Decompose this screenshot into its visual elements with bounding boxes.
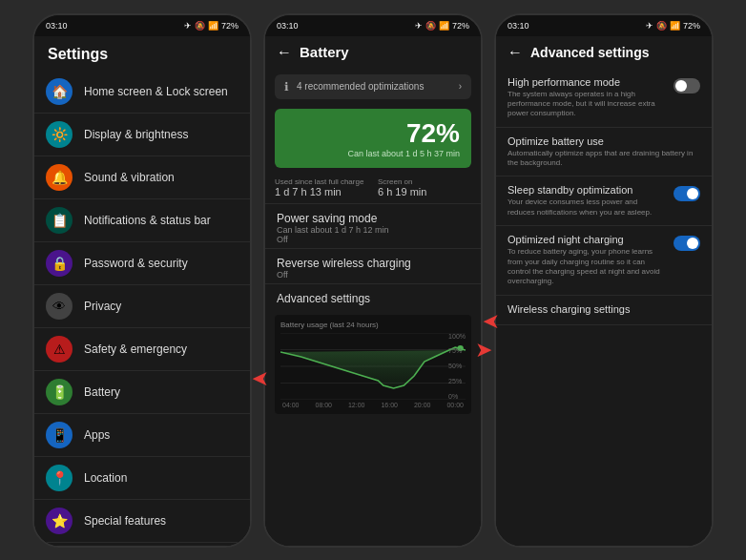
power-saving-sub: Can last about 1 d 7 h 12 min xyxy=(277,225,469,235)
settings-item-apps[interactable]: 📱 Apps xyxy=(34,414,250,457)
sleep-toggle[interactable] xyxy=(673,186,700,201)
home-label: Home screen & Lock screen xyxy=(84,85,238,98)
safety-label: Safety & emergency xyxy=(84,342,238,356)
settings-screen: Settings 🏠 Home screen & Lock screen 🔆 D… xyxy=(34,36,250,546)
power-saving-section[interactable]: Power saving mode Can last about 1 d 7 h… xyxy=(265,203,481,248)
special-label: Special features xyxy=(84,514,238,528)
y-25: 25% xyxy=(448,378,466,384)
opt-text: 4 recommended optimizations xyxy=(297,81,451,92)
location-label: Location xyxy=(84,471,238,485)
settings-item-special[interactable]: ⭐ Special features xyxy=(34,500,250,543)
adv-item-wireless[interactable]: Wireless charging settings xyxy=(496,296,712,325)
apps-label: Apps xyxy=(84,428,238,442)
battery-chart-svg xyxy=(280,333,466,400)
wireless-content: Wireless charging settings xyxy=(508,303,700,317)
phone-advanced: 03:10 ✈ 🔕 📶 72% ← Advanced settings High… xyxy=(494,13,714,548)
battery-screen: ← Battery ℹ 4 recommended optimizations … xyxy=(265,36,481,546)
power-saving-title: Power saving mode xyxy=(277,212,469,225)
notif-label: Notifications & status bar xyxy=(84,214,238,227)
settings-item-password[interactable]: 🔒 Password & security xyxy=(34,242,250,285)
settings-item-battery[interactable]: 🔋 Battery xyxy=(34,371,250,414)
adv-nav: ← Advanced settings xyxy=(496,36,712,69)
safety-icon: ⚠ xyxy=(46,336,73,363)
optimize-desc: Automatically optimize apps that are dra… xyxy=(508,149,700,169)
power-saving-status: Off xyxy=(277,235,469,244)
high-perf-desc: The system always operates in a high per… xyxy=(508,90,666,119)
opt-icon: ℹ xyxy=(284,80,289,93)
location-icon: 📍 xyxy=(46,465,73,491)
phone-settings: 03:10 ✈ 🔕 📶 72% Settings 🏠 Home screen &… xyxy=(32,13,252,548)
optimize-title: Optimize battery use xyxy=(508,135,700,147)
x-label-0: 04:00 xyxy=(282,402,300,408)
special-icon: ⭐ xyxy=(46,508,73,534)
battery-nav: ← Battery xyxy=(265,36,481,69)
x-label-3: 16:00 xyxy=(381,402,398,408)
battery-percentage: 72% xyxy=(347,118,460,149)
high-perf-content: High performance mode The system always … xyxy=(508,76,666,119)
password-label: Password & security xyxy=(84,257,238,270)
battery-label: Battery xyxy=(84,385,238,399)
advanced-settings-title: Advanced settings xyxy=(277,292,469,305)
settings-item-location[interactable]: 📍 Location xyxy=(34,457,250,500)
advanced-settings-section[interactable]: Advanced settings xyxy=(265,283,481,309)
adv-back-button[interactable]: ← xyxy=(508,44,523,61)
used-since-block: Used since last full charge 1 d 7 h 13 m… xyxy=(275,177,368,197)
settings-item-notifications[interactable]: 📋 Notifications & status bar xyxy=(34,199,250,242)
optimization-bar[interactable]: ℹ 4 recommended optimizations › xyxy=(275,74,471,99)
chart-label: Battery usage (last 24 hours) xyxy=(280,321,466,329)
sound-label: Sound & vibration xyxy=(84,171,238,184)
sleep-desc: Your device consumes less power and redu… xyxy=(508,197,666,218)
y-0: 0% xyxy=(448,393,466,400)
privacy-icon: 👁 xyxy=(46,293,73,320)
settings-item-display[interactable]: 🔆 Display & brightness xyxy=(34,114,250,156)
y-100: 100% xyxy=(448,333,466,340)
status-bar-2: 03:10 ✈ 🔕 📶 72% xyxy=(265,15,481,36)
used-since-value: 1 d 7 h 13 min xyxy=(275,186,368,197)
display-label: Display & brightness xyxy=(84,128,238,141)
adv-item-high-perf[interactable]: High performance mode The system always … xyxy=(496,69,712,128)
battery-percent-block: 72% Can last about 1 d 5 h 37 min xyxy=(275,109,471,168)
display-icon: 🔆 xyxy=(46,121,73,148)
home-icon: 🏠 xyxy=(46,78,73,105)
adv-page-title: Advanced settings xyxy=(530,45,649,60)
opt-chevron-icon: › xyxy=(459,81,462,92)
advanced-arrow: ➤ xyxy=(483,309,500,334)
high-perf-toggle[interactable] xyxy=(673,78,700,93)
reverse-wireless-section[interactable]: Reverse wireless charging Off xyxy=(265,248,481,283)
adv-item-optimize[interactable]: Optimize battery use Automatically optim… xyxy=(496,128,712,177)
battery-icon: 🔋 xyxy=(46,379,73,405)
screen-on-label: Screen on xyxy=(378,177,471,186)
status-icons-2: ✈ 🔕 📶 72% xyxy=(415,21,469,31)
x-label-4: 20:00 xyxy=(414,402,431,408)
y-75: 75% xyxy=(448,347,466,354)
settings-item-safety[interactable]: ⚠ Safety & emergency xyxy=(34,328,250,371)
sleep-title: Sleep standby optimization xyxy=(508,184,666,196)
password-icon: 🔒 xyxy=(46,250,73,277)
settings-item-sound[interactable]: 🔔 Sound & vibration xyxy=(34,156,250,199)
adv-item-night-charging[interactable]: Optimized night charging To reduce batte… xyxy=(496,226,712,296)
apps-icon: 📱 xyxy=(46,422,73,448)
optimize-content: Optimize battery use Automatically optim… xyxy=(508,135,700,169)
night-charging-desc: To reduce battery aging, your phone lear… xyxy=(508,247,666,287)
battery-arrow: ➤ xyxy=(252,366,269,391)
x-label-5: 00:00 xyxy=(446,402,464,408)
adv-item-sleep[interactable]: Sleep standby optimization Your device c… xyxy=(496,176,712,226)
used-since-label: Used since last full charge xyxy=(275,177,368,186)
time-2: 03:10 xyxy=(277,21,299,31)
settings-item-privacy[interactable]: 👁 Privacy xyxy=(34,285,250,328)
status-icons-3: ✈ 🔕 📶 72% xyxy=(646,21,700,31)
privacy-label: Privacy xyxy=(84,300,238,313)
settings-item-home[interactable]: 🏠 Home screen & Lock screen xyxy=(34,71,250,114)
status-icons-1: ✈ 🔕 📶 72% xyxy=(184,21,238,31)
back-button[interactable]: ← xyxy=(277,44,292,61)
time-3: 03:10 xyxy=(508,21,529,31)
status-bar-3: 03:10 ✈ 🔕 📶 72% xyxy=(496,15,712,36)
x-label-2: 12:00 xyxy=(348,402,365,408)
time-1: 03:10 xyxy=(46,21,68,31)
x-label-1: 08:00 xyxy=(315,402,332,408)
high-perf-title: High performance mode xyxy=(508,76,666,88)
reverse-wireless-status: Off xyxy=(277,270,469,280)
sleep-content: Sleep standby optimization Your device c… xyxy=(508,184,666,218)
reverse-wireless-title: Reverse wireless charging xyxy=(277,257,469,270)
night-charging-toggle[interactable] xyxy=(673,236,700,251)
